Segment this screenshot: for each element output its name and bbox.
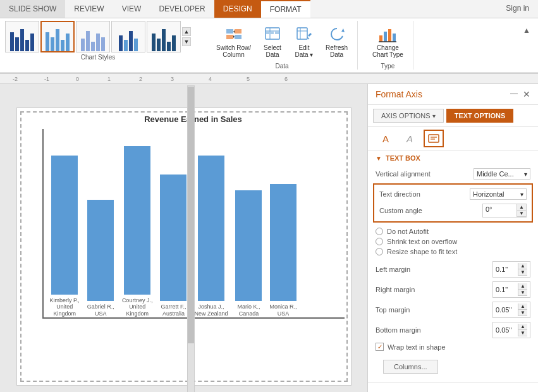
refresh-data-button[interactable]: RefreshData bbox=[321, 21, 352, 61]
right-margin-label: Right margin bbox=[376, 286, 492, 293]
slide-area: Revenue Earned in Sales Kimberly P.,Unit… bbox=[0, 84, 367, 392]
left-margin-input[interactable]: 0.1" ▲ ▼ bbox=[492, 261, 530, 278]
vertical-alignment-value: Middle Ce... bbox=[477, 170, 514, 178]
axis-options-label: AXIS OPTIONS bbox=[381, 112, 431, 119]
tab-format[interactable]: FORMAT bbox=[261, 0, 310, 18]
svg-rect-16 bbox=[388, 29, 391, 42]
svg-rect-8 bbox=[271, 32, 274, 34]
sign-in-link[interactable]: Sign in bbox=[497, 0, 538, 18]
data-group-label: Data bbox=[275, 63, 288, 70]
edit-data-button[interactable]: EditData ▾ bbox=[290, 21, 319, 61]
change-chart-type-button[interactable]: ChangeChart Type bbox=[368, 21, 408, 61]
panel-collapse-button[interactable]: — bbox=[510, 89, 518, 99]
custom-angle-down[interactable]: ▼ bbox=[517, 211, 526, 217]
radio-resize-shape-label: Resize shape to fit text bbox=[387, 248, 457, 255]
switch-row-col-button[interactable]: Switch Row/Column bbox=[212, 21, 255, 61]
svg-rect-1 bbox=[235, 29, 241, 34]
change-chart-type-icon bbox=[377, 24, 398, 44]
ribbon-group-data: Switch Row/Column SelectD bbox=[207, 21, 358, 70]
v-scrollbar[interactable] bbox=[186, 84, 195, 392]
tab-review[interactable]: REVIEW bbox=[65, 0, 113, 18]
section-textbox: ▼ TEXT BOX Vertical alignment Middle Ce.… bbox=[368, 150, 538, 383]
ruler-mark-2: 2 bbox=[139, 76, 142, 82]
select-data-button[interactable]: SelectData bbox=[258, 21, 287, 61]
vertical-alignment-select[interactable]: Middle Ce... ▾ bbox=[474, 168, 530, 180]
right-margin-up[interactable]: ▲ bbox=[518, 283, 527, 290]
chart-style-2[interactable] bbox=[40, 21, 75, 52]
chart-styles-section: ▲ ▼ Chart Styles bbox=[5, 21, 191, 61]
wrap-text-label: Wrap text in shape bbox=[388, 343, 446, 351]
svg-rect-10 bbox=[297, 28, 307, 39]
chart-style-5[interactable] bbox=[147, 21, 181, 52]
ribbon-group-type: ChangeChart Type Type bbox=[363, 21, 413, 70]
ribbon-tab-bar: SLIDE SHOW REVIEW VIEW DEVELOPER DESIGN … bbox=[0, 0, 538, 18]
chart-style-scroll-up[interactable]: ▲ bbox=[182, 27, 191, 36]
right-margin-down[interactable]: ▼ bbox=[518, 290, 527, 296]
icon-tab-text-fill[interactable]: A bbox=[376, 130, 396, 147]
tab-axis-options[interactable]: AXIS OPTIONS ▾ bbox=[373, 109, 444, 123]
section-textbox-header[interactable]: ▼ TEXT BOX bbox=[368, 150, 538, 166]
bottom-margin-input[interactable]: 0.05" ▲ ▼ bbox=[492, 322, 530, 338]
tab-text-options[interactable]: TEXT OPTIONS bbox=[446, 109, 514, 123]
top-margin-row: Top margin 0.05" ▲ ▼ bbox=[368, 300, 538, 320]
panel-close-button[interactable]: ✕ bbox=[523, 89, 530, 99]
radio-do-not-autofit-circle bbox=[376, 228, 383, 235]
svg-rect-9 bbox=[275, 32, 279, 34]
text-direction-select[interactable]: Horizontal ▾ bbox=[470, 188, 527, 200]
left-margin-row: Left margin 0.1" ▲ ▼ bbox=[368, 259, 538, 279]
chart-style-3[interactable] bbox=[76, 21, 110, 52]
text-direction-label: Text direction bbox=[379, 190, 470, 198]
switch-row-col-icon bbox=[224, 24, 244, 44]
top-margin-input[interactable]: 0.05" ▲ ▼ bbox=[492, 302, 530, 318]
ruler: -2 -1 0 1 2 3 4 5 6 bbox=[0, 74, 538, 84]
svg-rect-15 bbox=[384, 32, 387, 42]
chart-label-0: Kimberly P.,UnitedKingdom bbox=[50, 297, 80, 317]
radio-resize-shape[interactable]: Resize shape to fit text bbox=[376, 247, 530, 257]
radio-do-not-autofit[interactable]: Do not Autofit bbox=[376, 226, 530, 236]
panel-icon-tabs: A A bbox=[368, 127, 538, 150]
radio-shrink-text[interactable]: Shrink text on overflow bbox=[376, 236, 530, 247]
left-margin-up[interactable]: ▲ bbox=[518, 263, 527, 269]
ruler-mark-3: 3 bbox=[171, 76, 174, 82]
bottom-margin-up[interactable]: ▲ bbox=[518, 324, 527, 330]
select-data-label: SelectData bbox=[264, 44, 281, 58]
bottom-margin-value: 0.05" bbox=[496, 326, 518, 334]
chart-frame[interactable]: Revenue Earned in Sales Kimberly P.,Unit… bbox=[16, 107, 352, 386]
top-margin-up[interactable]: ▲ bbox=[518, 303, 527, 310]
tab-view[interactable]: VIEW bbox=[113, 0, 150, 18]
right-margin-value: 0.1" bbox=[496, 286, 518, 293]
wrap-text-checkbox[interactable]: ✓ bbox=[376, 343, 384, 351]
bottom-margin-down[interactable]: ▼ bbox=[518, 330, 527, 336]
chart-style-scroll-down[interactable]: ▼ bbox=[182, 37, 191, 46]
chart-bar-3 bbox=[160, 175, 186, 301]
panel-title: Format Axis bbox=[376, 89, 422, 99]
svg-rect-19 bbox=[429, 135, 439, 142]
tab-design[interactable]: DESIGN bbox=[214, 0, 261, 18]
columns-button[interactable]: Columns... bbox=[383, 360, 438, 374]
tab-slideshow[interactable]: SLIDE SHOW bbox=[0, 0, 65, 18]
icon-tab-text-effects[interactable]: A bbox=[400, 130, 420, 147]
chart-style-1[interactable] bbox=[5, 21, 39, 52]
v-scrollbar-thumb[interactable] bbox=[188, 87, 194, 343]
tab-developer[interactable]: DEVELOPER bbox=[150, 0, 214, 18]
top-margin-down[interactable]: ▼ bbox=[518, 310, 527, 316]
right-margin-input[interactable]: 0.1" ▲ ▼ bbox=[492, 281, 530, 298]
radio-do-not-autofit-label: Do not Autofit bbox=[387, 228, 429, 235]
custom-angle-row: Custom angle 0° ▲ ▼ bbox=[377, 202, 529, 219]
wrap-text-row[interactable]: ✓ Wrap text in shape bbox=[368, 340, 538, 353]
chart-label-4: Joshua J.,New Zealand bbox=[194, 303, 228, 317]
left-margin-down[interactable]: ▼ bbox=[518, 269, 527, 276]
chart-label-6: Monica R.,USA bbox=[269, 303, 297, 317]
columns-btn-container: Columns... bbox=[368, 353, 538, 383]
custom-angle-up[interactable]: ▲ bbox=[517, 204, 526, 211]
svg-rect-3 bbox=[235, 35, 241, 39]
chart-style-scroll: ▲ ▼ bbox=[182, 27, 191, 46]
custom-angle-input-group: 0° ▲ ▼ bbox=[482, 204, 527, 217]
top-margin-spinner: ▲ ▼ bbox=[518, 303, 527, 316]
ribbon-collapse-btn[interactable]: ▲ bbox=[520, 23, 533, 37]
icon-tab-text-box[interactable] bbox=[424, 130, 444, 147]
chart-style-4[interactable] bbox=[111, 21, 145, 52]
change-chart-type-label: ChangeChart Type bbox=[372, 44, 403, 58]
left-margin-value: 0.1" bbox=[496, 266, 518, 273]
panel-body: ▼ TEXT BOX Vertical alignment Middle Ce.… bbox=[368, 150, 538, 392]
